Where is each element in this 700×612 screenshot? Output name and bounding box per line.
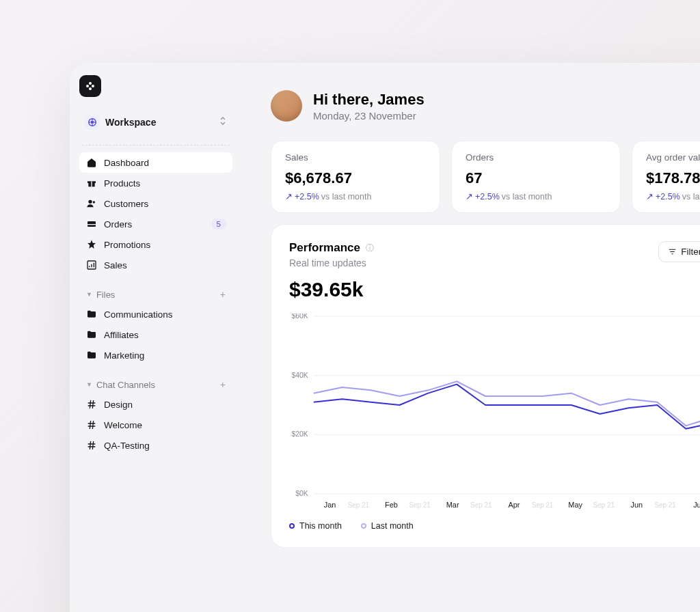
sidebar-item-label: Welcome	[104, 420, 142, 430]
sidebar-item-label: Affiliates	[104, 330, 139, 340]
arrow-up-icon: ↗	[285, 191, 293, 201]
section-header-files[interactable]: ▼ Files +	[79, 285, 232, 304]
workspace-switcher[interactable]: Workspace	[79, 109, 232, 135]
sidebar-item-affiliates[interactable]: Affiliates	[79, 324, 232, 345]
home-icon	[86, 157, 97, 168]
legend-this-month[interactable]: This month	[289, 521, 342, 531]
section-title: Chat Channels	[96, 380, 155, 390]
chevron-down-icon: ▼	[86, 381, 92, 388]
filters-button[interactable]: Filters	[658, 241, 700, 262]
section-header-chat[interactable]: ▼ Chat Channels +	[79, 375, 232, 394]
plus-icon[interactable]: +	[220, 379, 226, 390]
svg-point-1	[86, 85, 89, 87]
folder-icon	[86, 329, 97, 340]
section-title: Files	[96, 290, 115, 300]
sidebar-item-marketing[interactable]: Marketing	[79, 345, 232, 365]
hash-icon	[86, 440, 97, 451]
sidebar-item-orders[interactable]: Orders 5	[79, 214, 232, 234]
avatar[interactable]	[271, 90, 302, 122]
sidebar-item-customers[interactable]: Customers	[79, 193, 232, 214]
card-delta: ↗ +2.5% vs last month	[466, 191, 606, 201]
svg-point-0	[89, 82, 92, 85]
workspace-icon	[85, 115, 100, 130]
sidebar-item-label: Promotions	[104, 240, 150, 250]
svg-point-3	[89, 87, 92, 90]
sidebar-item-label: Sales	[104, 260, 127, 270]
performance-title: Performance	[289, 241, 360, 255]
svg-text:$20K: $20K	[291, 430, 308, 438]
performance-value: $39.65k	[289, 278, 700, 301]
svg-text:Sep 21: Sep 21	[409, 501, 431, 509]
legend-last-month[interactable]: Last month	[361, 521, 414, 531]
svg-point-5	[91, 121, 94, 124]
sidebar-item-promotions[interactable]: Promotions	[79, 234, 232, 255]
filter-icon	[668, 247, 677, 256]
svg-rect-12	[88, 224, 96, 225]
sidebar-item-label: Communications	[104, 309, 173, 320]
card-label: Sales	[285, 152, 426, 163]
sidebar-item-sales[interactable]: Sales	[79, 255, 232, 275]
svg-text:$40K: $40K	[291, 372, 308, 379]
orders-badge: 5	[212, 219, 226, 230]
card-orders[interactable]: Orders 67 ↗ +2.5% vs last month	[451, 141, 621, 213]
svg-text:Apr: Apr	[508, 501, 520, 509]
legend-dot-icon	[289, 523, 295, 529]
svg-text:$0K: $0K	[295, 490, 308, 497]
folder-icon	[86, 309, 97, 320]
svg-text:Sep 21: Sep 21	[654, 501, 676, 509]
performance-chart: $0K$20K$40K$60KJanSep 21FebSep 21MarSep …	[289, 314, 700, 518]
logo-icon	[85, 81, 96, 92]
divider	[82, 145, 230, 145]
chevron-updown-icon	[219, 116, 227, 128]
svg-point-10	[93, 201, 95, 203]
svg-text:Sep 21: Sep 21	[532, 501, 554, 509]
sidebar: Workspace Dashboard Products Customers O…	[70, 63, 242, 612]
inbox-icon	[86, 219, 97, 230]
card-value: 67	[466, 169, 606, 187]
sidebar-item-design[interactable]: Design	[79, 394, 232, 415]
sidebar-item-label: Customers	[104, 199, 148, 209]
sidebar-item-welcome[interactable]: Welcome	[79, 415, 232, 435]
sidebar-item-label: Products	[104, 178, 140, 189]
greeting-date: Monday, 23 November	[313, 110, 425, 122]
card-avg[interactable]: Avg order value $178.78 ↗ +2.5% vs last …	[632, 141, 700, 213]
sidebar-item-communications[interactable]: Communications	[79, 304, 232, 324]
arrow-up-icon: ↗	[466, 191, 473, 201]
sidebar-item-products[interactable]: Products	[79, 173, 232, 193]
sidebar-item-label: Design	[104, 400, 133, 410]
performance-panel: Performance ⓘ Real time updates Filters …	[271, 224, 700, 548]
svg-text:Jun: Jun	[631, 501, 643, 509]
svg-text:Feb: Feb	[385, 501, 398, 509]
plus-icon[interactable]: +	[220, 289, 226, 300]
greeting-title: Hi there, James	[313, 91, 425, 109]
gift-icon	[86, 178, 97, 189]
svg-text:Sep 21: Sep 21	[593, 501, 615, 509]
svg-point-9	[88, 200, 92, 204]
card-label: Orders	[466, 152, 606, 163]
arrow-up-icon: ↗	[646, 191, 654, 201]
workspace-label: Workspace	[105, 117, 213, 128]
chevron-down-icon: ▼	[86, 291, 92, 298]
svg-text:Sep 21: Sep 21	[470, 501, 492, 509]
svg-text:$60K: $60K	[291, 314, 308, 320]
card-delta: ↗ +2.5% vs last month	[646, 191, 700, 201]
svg-rect-8	[91, 181, 92, 186]
svg-text:Jan: Jan	[324, 501, 336, 509]
info-icon[interactable]: ⓘ	[366, 242, 374, 254]
app-window: Workspace Dashboard Products Customers O…	[70, 63, 700, 612]
card-sales[interactable]: Sales $6,678.67 ↗ +2.5% vs last month	[271, 141, 440, 213]
sidebar-item-qa[interactable]: QA-Testing	[79, 435, 232, 456]
sidebar-item-dashboard[interactable]: Dashboard	[79, 152, 232, 173]
kpi-cards: Sales $6,678.67 ↗ +2.5% vs last month Or…	[271, 141, 700, 213]
app-logo[interactable]	[79, 75, 101, 97]
sidebar-item-label: Orders	[104, 219, 132, 230]
card-delta: ↗ +2.5% vs last month	[285, 191, 426, 201]
svg-point-2	[92, 85, 94, 87]
folder-icon	[86, 350, 97, 361]
card-value: $178.78	[646, 169, 700, 187]
main-content: Hi there, James Monday, 23 November Sale…	[242, 63, 700, 612]
sidebar-item-label: QA-Testing	[104, 441, 150, 451]
greeting-header: Hi there, James Monday, 23 November	[271, 90, 700, 122]
svg-text:May: May	[568, 501, 582, 509]
sidebar-item-label: Dashboard	[104, 158, 149, 168]
